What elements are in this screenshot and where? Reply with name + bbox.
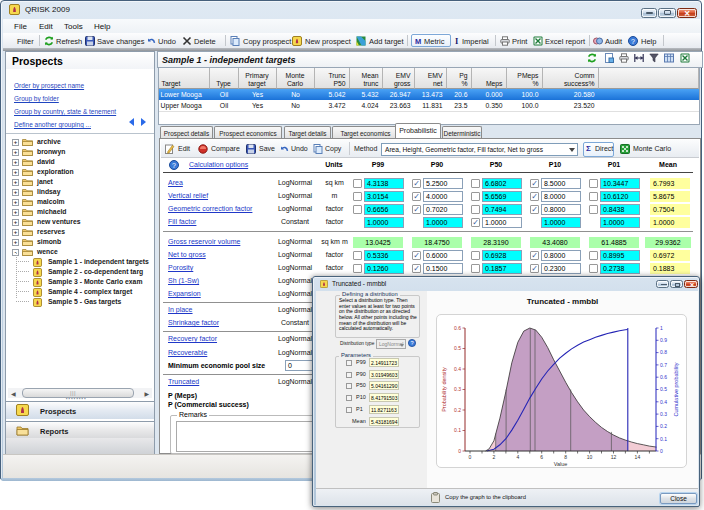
svg-text:1: 1 xyxy=(660,325,663,331)
svg-text:0.1: 0.1 xyxy=(454,427,461,433)
svg-text:12: 12 xyxy=(611,454,617,460)
svg-text:0.1: 0.1 xyxy=(660,436,667,442)
svg-text:0.6: 0.6 xyxy=(454,325,461,331)
svg-text:0.8: 0.8 xyxy=(660,349,667,355)
svg-text:0.5: 0.5 xyxy=(454,345,461,351)
svg-text:6: 6 xyxy=(540,454,543,460)
svg-text:0.2: 0.2 xyxy=(660,423,667,429)
svg-text:0.5: 0.5 xyxy=(660,386,667,392)
svg-text:0: 0 xyxy=(469,454,472,460)
svg-text:0: 0 xyxy=(660,448,663,454)
svg-text:0: 0 xyxy=(458,448,461,454)
svg-text:0.4: 0.4 xyxy=(660,399,667,405)
svg-text:0.4: 0.4 xyxy=(454,366,461,372)
svg-text:0.9: 0.9 xyxy=(660,337,667,343)
svg-text:0.6: 0.6 xyxy=(660,374,667,380)
svg-text:0.7: 0.7 xyxy=(660,362,667,368)
svg-text:4: 4 xyxy=(516,454,519,460)
svg-text:Probability density: Probability density xyxy=(441,367,447,412)
svg-text:?: ? xyxy=(631,37,635,44)
svg-text:8: 8 xyxy=(564,454,567,460)
svg-text:?: ? xyxy=(172,162,176,169)
svg-text:Value: Value xyxy=(554,461,568,467)
svg-text:?: ? xyxy=(410,340,413,346)
svg-text:0.2: 0.2 xyxy=(454,407,461,413)
svg-text:14: 14 xyxy=(635,454,641,460)
svg-text:0.3: 0.3 xyxy=(660,411,667,417)
svg-text:2: 2 xyxy=(493,454,496,460)
svg-text:0.3: 0.3 xyxy=(454,386,461,392)
svg-text:10: 10 xyxy=(587,454,593,460)
svg-text:Cumulative probability: Cumulative probability xyxy=(673,362,679,416)
